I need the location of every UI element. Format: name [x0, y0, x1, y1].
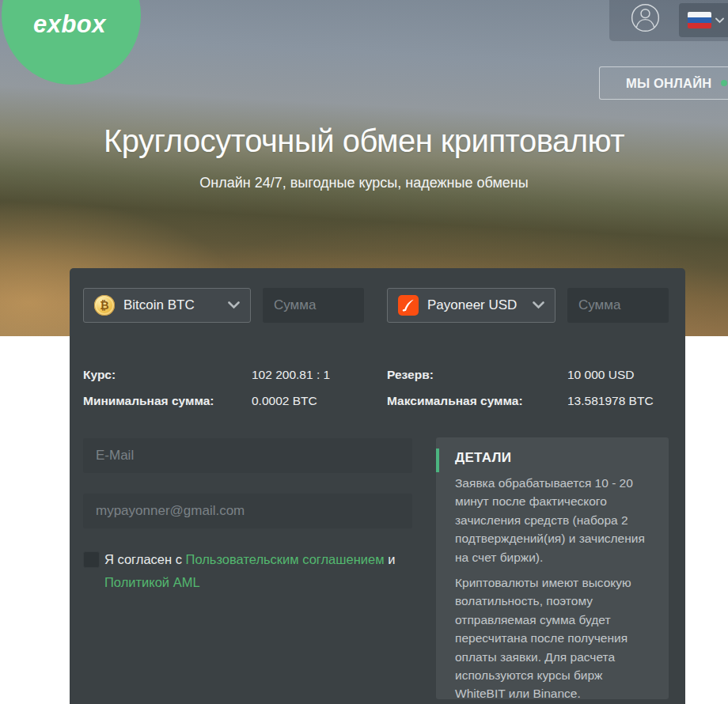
- page: exbox МЫ ОНЛАЙН Круглосуточный обмен кри…: [0, 0, 728, 704]
- min-sum-value: 0.0002 BTC: [252, 394, 317, 408]
- aml-policy-link[interactable]: Политикой AML: [104, 575, 200, 589]
- rate-label: Курс:: [83, 368, 116, 382]
- agreement-prefix: Я согласен с: [104, 552, 186, 566]
- max-sum-value: 13.581978 BTC: [567, 394, 654, 408]
- min-sum-label: Минимальная сумма:: [83, 394, 214, 408]
- agreement-checkbox[interactable]: [83, 551, 100, 568]
- online-status-label: МЫ ОНЛАЙН: [626, 76, 711, 91]
- details-accent-bar: [436, 449, 439, 472]
- logo[interactable]: exbox: [2, 0, 141, 85]
- reserve-label: Резерв:: [387, 368, 434, 382]
- logo-text: exbox: [2, 10, 138, 39]
- currency-to-label: Payoneer USD: [427, 297, 517, 313]
- currency-from-select[interactable]: ₿ Bitcoin BTC: [83, 288, 251, 323]
- online-status-button[interactable]: МЫ ОНЛАЙН: [599, 66, 728, 100]
- chevron-down-icon: [228, 301, 240, 309]
- details-title: ДЕТАЛИ: [455, 450, 511, 466]
- email-field[interactable]: [83, 438, 412, 473]
- amount-from-input[interactable]: [263, 288, 364, 323]
- details-paragraph: Заявка обрабатывается 10 - 20 минут посл…: [455, 474, 654, 566]
- terms-link[interactable]: Пользовательским соглашением: [186, 552, 385, 566]
- agreement-conjunction: и: [385, 552, 396, 566]
- user-account-icon[interactable]: [629, 2, 661, 33]
- details-box: ДЕТАЛИ Заявка обрабатывается 10 - 20 мин…: [436, 437, 669, 699]
- details-paragraph: Криптовалюты имеют высокую волатильность…: [455, 573, 654, 703]
- currency-from-label: Bitcoin BTC: [123, 297, 195, 313]
- online-dot-icon: [721, 80, 727, 86]
- chevron-down-icon: [715, 17, 724, 24]
- agreement-text: Я согласен с Пользовательским соглашение…: [104, 548, 450, 594]
- chevron-down-icon: [533, 301, 544, 309]
- max-sum-label: Максимальная сумма:: [387, 394, 523, 408]
- reserve-value: 10 000 USD: [567, 368, 634, 382]
- payoneer-icon: [398, 295, 419, 316]
- details-body: Заявка обрабатывается 10 - 20 минут посл…: [455, 474, 654, 704]
- russian-flag-icon: [688, 12, 711, 28]
- header-bar: [609, 0, 728, 41]
- page-title: Круглосуточный обмен криптовалют: [0, 123, 728, 159]
- currency-to-select[interactable]: Payoneer USD: [387, 288, 555, 323]
- amount-to-input[interactable]: [567, 288, 669, 323]
- exchange-panel: ₿ Bitcoin BTC Payoneer USD Курс: 102 200…: [70, 268, 685, 704]
- rate-value: 102 200.81 : 1: [252, 368, 330, 382]
- bitcoin-coin-icon: ₿: [94, 295, 115, 316]
- page-subtitle: Онлайн 24/7, выгодные курсы, надежные об…: [0, 175, 728, 191]
- language-selector[interactable]: [679, 3, 728, 37]
- wallet-field[interactable]: [83, 494, 412, 528]
